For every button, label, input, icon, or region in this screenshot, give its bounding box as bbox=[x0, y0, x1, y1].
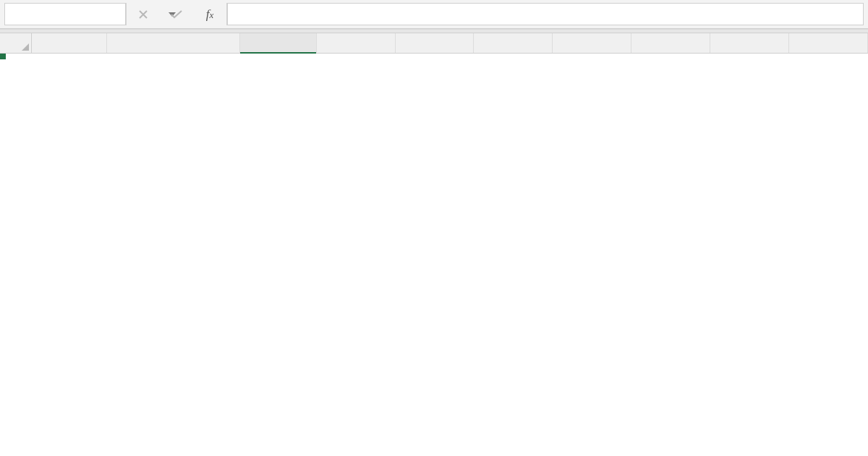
cancel-button[interactable] bbox=[127, 0, 160, 28]
fx-button[interactable]: fx bbox=[193, 0, 226, 28]
col-header-a[interactable] bbox=[32, 33, 107, 53]
fill-handle[interactable] bbox=[0, 54, 6, 59]
enter-button[interactable] bbox=[160, 0, 193, 28]
name-box-container[interactable] bbox=[4, 3, 126, 25]
col-header-b[interactable] bbox=[107, 33, 239, 53]
col-header-j[interactable] bbox=[789, 33, 868, 53]
check-icon bbox=[170, 9, 183, 20]
col-header-i[interactable] bbox=[710, 33, 789, 53]
fx-icon: fx bbox=[206, 7, 214, 22]
x-icon bbox=[138, 9, 148, 20]
formula-input[interactable] bbox=[227, 3, 864, 25]
worksheet[interactable] bbox=[0, 33, 868, 54]
column-header-row bbox=[0, 33, 868, 54]
active-cell-outline bbox=[0, 54, 3, 56]
col-header-f[interactable] bbox=[474, 33, 553, 53]
select-all-corner[interactable] bbox=[0, 33, 32, 53]
col-header-g[interactable] bbox=[553, 33, 631, 53]
col-header-c[interactable] bbox=[240, 33, 317, 53]
col-header-h[interactable] bbox=[631, 33, 710, 53]
formula-bar: fx bbox=[0, 0, 868, 29]
col-header-e[interactable] bbox=[396, 33, 475, 53]
col-header-d[interactable] bbox=[317, 33, 396, 53]
